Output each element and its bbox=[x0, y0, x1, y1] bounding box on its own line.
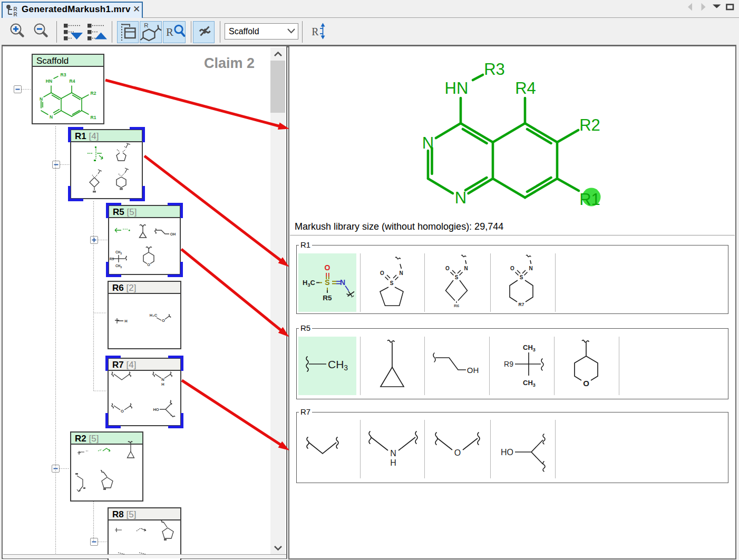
svg-text:R: R bbox=[312, 26, 319, 37]
